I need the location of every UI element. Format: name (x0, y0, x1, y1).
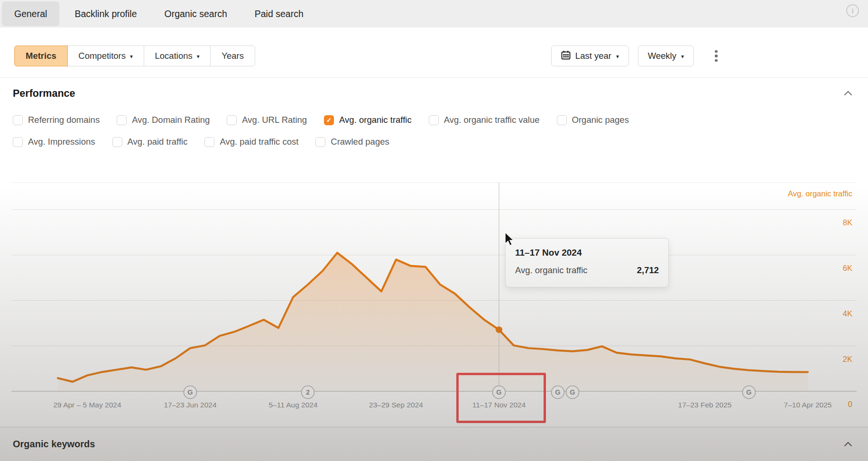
metric-toggle-avg-domain-rating[interactable]: Avg. Domain Rating (117, 115, 210, 125)
annotation-highlight-box (456, 373, 546, 423)
top-tab-bar: GeneralBacklink profileOrganic searchPai… (0, 0, 868, 28)
tab-paid-search[interactable]: Paid search (242, 1, 316, 26)
segment-label: Metrics (26, 51, 56, 61)
metric-toggle-avg-impressions[interactable]: Avg. Impressions (13, 137, 95, 147)
date-range-label: Last year (575, 51, 611, 61)
event-marker-glyph: G (187, 388, 193, 396)
view-switcher: MetricsCompetitors▾Locations▾Years (14, 46, 255, 66)
metric-toggle-row-1: Referring domainsAvg. Domain RatingAvg. … (13, 115, 629, 125)
event-marker-glyph: G (570, 388, 575, 396)
report-tabs: GeneralBacklink profileOrganic searchPai… (0, 1, 316, 26)
performance-chart[interactable]: 8K6K4K2K0Avg. organic trafficG2GGGG29 Ap… (0, 161, 868, 420)
x-axis-tick-label: 17–23 Feb 2025 (678, 401, 732, 409)
collapse-performance-button[interactable] (844, 89, 852, 98)
checkbox-icon[interactable] (429, 115, 439, 125)
checkbox-icon[interactable] (315, 137, 325, 147)
date-range-button[interactable]: Last year ▾ (551, 46, 629, 66)
metric-toggle-avg-organic-traffic[interactable]: ✓Avg. organic traffic (324, 115, 412, 125)
tab-organic-search[interactable]: Organic search (152, 1, 240, 26)
tab-general[interactable]: General (2, 1, 59, 26)
performance-title: Performance (13, 88, 75, 100)
tooltip-metric-label: Avg. organic traffic (515, 265, 588, 276)
y-axis-tick-label: 4K (843, 309, 852, 318)
segment-years[interactable]: Years (210, 46, 255, 66)
x-axis-tick-label: 29 Apr – 5 May 2024 (53, 401, 121, 409)
granularity-button[interactable]: Weekly ▾ (638, 46, 694, 66)
metric-label: Avg. organic traffic value (444, 115, 540, 125)
section-divider (0, 77, 868, 78)
checkbox-icon[interactable] (13, 115, 23, 125)
segment-competitors[interactable]: Competitors▾ (67, 46, 144, 66)
chevron-down-icon: ▾ (130, 53, 133, 60)
metric-toggle-referring-domains[interactable]: Referring domains (13, 115, 100, 125)
metric-label: Organic pages (572, 115, 629, 125)
y-axis-tick-label: 2K (843, 355, 852, 363)
metric-label: Avg. paid traffic cost (220, 137, 298, 147)
y-axis-tick-label: 8K (843, 218, 852, 227)
chart-tooltip: 11–17 Nov 2024 Avg. organic traffic 2,71… (505, 238, 669, 287)
metric-toggle-row-2: Avg. ImpressionsAvg. paid trafficAvg. pa… (13, 137, 389, 147)
segment-metrics[interactable]: Metrics (14, 46, 68, 66)
series-legend-label: Avg. organic traffic (788, 189, 852, 198)
event-marker-glyph: G (555, 388, 560, 396)
y-axis-tick-label: 6K (843, 264, 852, 272)
metric-toggle-avg-organic-traffic-value[interactable]: Avg. organic traffic value (429, 115, 540, 125)
segment-locations[interactable]: Locations▾ (144, 46, 211, 66)
tooltip-date: 11–17 Nov 2024 (515, 248, 659, 258)
metric-label: Avg. Impressions (28, 137, 95, 147)
kebab-dot (715, 55, 718, 57)
checkbox-icon[interactable] (204, 137, 214, 147)
metric-toggle-organic-pages[interactable]: Organic pages (557, 115, 629, 125)
checkbox-checked-icon[interactable]: ✓ (324, 115, 334, 125)
metric-toggle-avg-paid-traffic-cost[interactable]: Avg. paid traffic cost (204, 137, 298, 147)
kebab-dot (715, 59, 718, 62)
segment-label: Years (222, 51, 244, 61)
checkbox-icon[interactable] (112, 137, 122, 147)
tab-backlink-profile[interactable]: Backlink profile (62, 1, 149, 26)
organic-keywords-section: Organic keywords (0, 427, 868, 461)
checkbox-icon[interactable] (117, 115, 127, 125)
segment-label: Locations (155, 51, 193, 61)
kebab-dot (715, 50, 718, 53)
metric-label: Avg. URL Rating (242, 115, 307, 125)
x-axis-tick-label: 23–29 Sep 2024 (369, 401, 423, 409)
collapse-keywords-button[interactable] (844, 440, 852, 449)
checkbox-icon[interactable] (13, 137, 23, 147)
event-marker-glyph: 2 (306, 388, 310, 396)
granularity-label: Weekly (648, 51, 676, 61)
traffic-area-fill (58, 253, 808, 391)
traffic-chart-svg: 8K6K4K2K0Avg. organic trafficG2GGGG29 Ap… (0, 161, 868, 420)
metric-label: Crawled pages (331, 137, 389, 147)
checkbox-icon[interactable] (227, 115, 237, 125)
organic-keywords-title: Organic keywords (13, 439, 95, 450)
metric-label: Avg. paid traffic (128, 137, 188, 147)
chevron-down-icon: ▾ (197, 53, 200, 60)
tooltip-metric-value: 2,712 (637, 265, 659, 276)
chevron-down-icon: ▾ (681, 53, 684, 60)
metric-label: Avg. organic traffic (339, 115, 412, 125)
chart-toolbar: MetricsCompetitors▾Locations▾Years Last … (0, 46, 868, 66)
y-axis-tick-label: 0 (848, 400, 852, 408)
more-options-button[interactable] (709, 49, 723, 63)
metric-toggle-crawled-pages[interactable]: Crawled pages (315, 137, 389, 147)
x-axis-tick-label: 7–10 Apr 2025 (784, 401, 832, 409)
checkbox-icon[interactable] (557, 115, 567, 125)
x-axis-tick-label: 5–11 Aug 2024 (268, 401, 318, 409)
performance-card: MetricsCompetitors▾Locations▾Years Last … (0, 28, 868, 427)
chevron-down-icon: ▾ (616, 53, 619, 60)
metric-toggle-avg-url-rating[interactable]: Avg. URL Rating (227, 115, 307, 125)
calendar-icon (561, 50, 571, 62)
mouse-cursor (504, 231, 518, 248)
segment-label: Competitors (78, 51, 126, 61)
info-icon[interactable]: i (846, 4, 859, 17)
hover-data-point (496, 326, 502, 333)
metric-label: Referring domains (28, 115, 100, 125)
metric-toggle-avg-paid-traffic[interactable]: Avg. paid traffic (112, 137, 188, 147)
event-marker-glyph: G (746, 388, 751, 396)
metric-label: Avg. Domain Rating (132, 115, 210, 125)
x-axis-tick-label: 17–23 Jun 2024 (164, 401, 217, 409)
